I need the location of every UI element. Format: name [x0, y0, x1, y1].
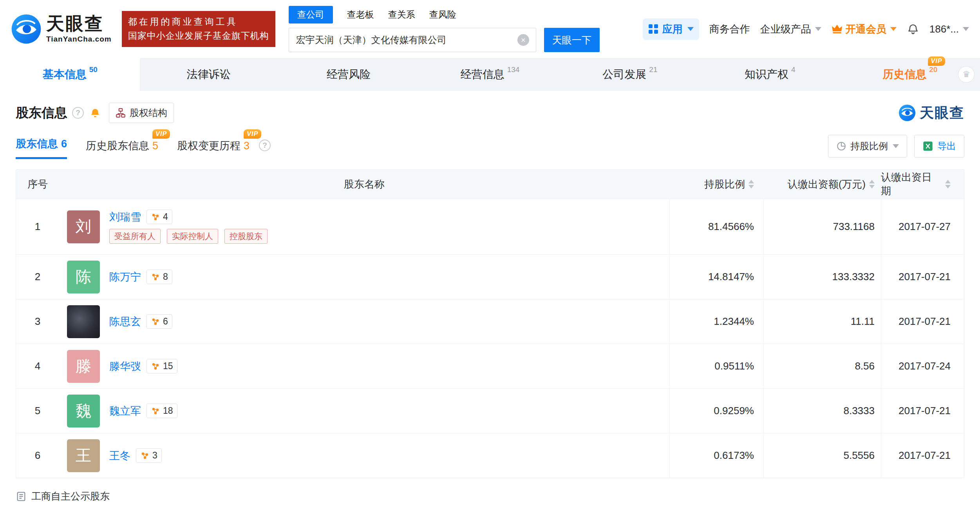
subtab-historical-shareholders[interactable]: 历史股东信息5 VIP [86, 139, 158, 159]
tianyancha-logo[interactable]: 天眼查 TianYanCha.com [11, 14, 112, 44]
relation-count-badge[interactable]: 6 [146, 314, 172, 329]
relation-count-badge[interactable]: 4 [146, 210, 172, 224]
clipboard-icon [16, 491, 27, 502]
clear-search-icon[interactable]: × [517, 34, 529, 46]
excel-icon [922, 141, 933, 152]
shareholder-name-link[interactable]: 陈思玄 [109, 315, 141, 329]
avatar-photo[interactable] [67, 305, 100, 338]
promo-banner: 都在用的商业查询工具 国家中小企业发展子基金旗下机构 [122, 11, 275, 47]
tab-company-development[interactable]: 公司发展21 [560, 58, 700, 91]
chevron-down-icon [890, 27, 897, 31]
enterprise-label: 企业级产品 [760, 22, 811, 36]
search-tab-relation[interactable]: 查关系 [388, 6, 415, 24]
search-tab-boss[interactable]: 查老板 [347, 6, 374, 24]
search-tab-risk[interactable]: 查风险 [429, 6, 456, 24]
avatar[interactable]: 魏 [67, 395, 100, 427]
relation-graph-icon [151, 272, 160, 282]
tab-intellectual-property[interactable]: 知识产权4 [700, 58, 840, 91]
subtab-actions: 持股比例 导出 [828, 135, 964, 159]
avatar[interactable]: 陈 [67, 261, 100, 293]
shareholder-name-link[interactable]: 陈万宁 [109, 270, 141, 284]
row-date: 2017-07-21 [881, 299, 964, 344]
row-index: 2 [16, 255, 59, 299]
cooperation-label: 商务合作 [709, 22, 750, 36]
watermark-text: 天眼查 [920, 103, 964, 123]
search-submit-button[interactable]: 天眼一下 [544, 28, 600, 52]
relation-count: 3 [152, 450, 157, 461]
tab-operational-risk[interactable]: 经营风险 [280, 58, 420, 91]
tab-count: 50 [89, 65, 98, 74]
apps-label: 应用 [662, 22, 683, 36]
relation-count-badge[interactable]: 15 [146, 359, 177, 373]
shareholder-name-link[interactable]: 刘瑞雪 [109, 210, 141, 224]
row-date: 2017-07-21 [881, 433, 964, 478]
search-block: 查公司 查老板 查关系 查风险 × 天眼一下 [289, 6, 600, 52]
section-title: 股东信息 [16, 104, 67, 122]
subtab-shareholders[interactable]: 股东信息6 [16, 137, 67, 159]
row-date: 2017-07-21 [881, 255, 964, 299]
row-date: 2017-07-24 [881, 344, 964, 388]
relation-count: 8 [163, 272, 168, 282]
search-row: × 天眼一下 [289, 28, 600, 52]
tab-legal-proceedings[interactable]: 法律诉讼 [140, 58, 280, 91]
search-tab-company[interactable]: 查公司 [289, 6, 333, 24]
open-vip-label: 开通会员 [846, 22, 886, 36]
top-bar: 天眼查 TianYanCha.com 都在用的商业查询工具 国家中小企业发展子基… [0, 0, 980, 58]
tianyancha-logo-icon [11, 14, 42, 44]
relation-count-badge[interactable]: 3 [136, 448, 162, 463]
search-input[interactable] [289, 28, 536, 52]
tab-count: 21 [649, 65, 657, 74]
org-chart-icon [116, 108, 126, 118]
equity-structure-button[interactable]: 股权结构 [109, 103, 174, 123]
account-menu[interactable]: 186*... [929, 23, 969, 35]
header-ratio-label: 持股比例 [704, 177, 745, 191]
top-menu: 应用 商务合作 企业级产品 开通会员 186*... [643, 18, 969, 40]
table-row: 6 王 王冬 3 0.6173% 5.5556 [16, 433, 964, 478]
tab-business-info[interactable]: 经营信息134 [420, 58, 560, 91]
menu-open-vip[interactable]: 开通会员 [832, 22, 897, 36]
menu-enterprise-products[interactable]: 企业级产品 [760, 22, 821, 36]
row-index: 4 [16, 344, 59, 388]
row-amount: 5.5556 [763, 433, 881, 478]
apps-menu-button[interactable]: 应用 [643, 18, 699, 40]
brand-domain: TianYanCha.com [46, 35, 112, 43]
export-button[interactable]: 导出 [914, 135, 964, 158]
tab-basic-info[interactable]: 基本信息50 [0, 58, 140, 91]
header-name: 股东名称 [59, 177, 669, 191]
shareholder-name-link[interactable]: 王冬 [109, 449, 130, 463]
header-ratio-sort[interactable]: 持股比例 [669, 177, 763, 191]
avatar[interactable]: 刘 [67, 210, 100, 243]
table-row: 5 魏 魏立军 18 0.9259% 8.3333 [16, 388, 964, 433]
tianyancha-watermark: 天眼查 [899, 103, 964, 123]
header-date-sort[interactable]: 认缴出资日期 [881, 170, 964, 198]
help-icon[interactable]: ? [259, 139, 271, 151]
tab-label: 公司发展 [602, 67, 646, 82]
avatar-initial: 滕 [76, 355, 91, 377]
holding-ratio-label: 持股比例 [850, 140, 888, 152]
relation-count-badge[interactable]: 8 [146, 270, 172, 284]
avatar-initial: 王 [76, 445, 91, 466]
holding-ratio-filter-button[interactable]: 持股比例 [828, 135, 907, 158]
vip-badge: VIP [928, 56, 946, 66]
shareholder-tags: 受益所有人 实际控制人 控股股东 [109, 229, 268, 244]
relation-graph-icon [151, 406, 160, 416]
subtab-equity-change-history[interactable]: 股权变更历程3 VIP [177, 139, 250, 159]
row-date: 2017-07-21 [881, 389, 964, 433]
help-icon[interactable]: ? [72, 107, 84, 119]
sort-arrows-icon [749, 180, 754, 188]
menu-business-cooperation[interactable]: 商务合作 [709, 22, 750, 36]
row-name-cell: 滕 滕华弢 15 [59, 344, 669, 388]
avatar[interactable]: 王 [67, 439, 100, 472]
row-index: 1 [16, 199, 59, 254]
header-amount-sort[interactable]: 认缴出资额(万元) [763, 177, 881, 191]
relation-count-badge[interactable]: 18 [146, 404, 177, 418]
relation-graph-icon [151, 212, 160, 222]
shareholder-name-link[interactable]: 滕华弢 [109, 359, 141, 373]
subscribe-bell-button[interactable] [89, 107, 101, 119]
avatar[interactable]: 滕 [67, 350, 100, 383]
floating-widget-icon[interactable]: ♛ [958, 66, 975, 83]
tab-label: 经营信息 [461, 67, 504, 82]
shareholder-name-link[interactable]: 魏立军 [109, 404, 141, 418]
notification-bell-button[interactable] [907, 23, 919, 35]
chevron-down-icon [687, 27, 694, 31]
